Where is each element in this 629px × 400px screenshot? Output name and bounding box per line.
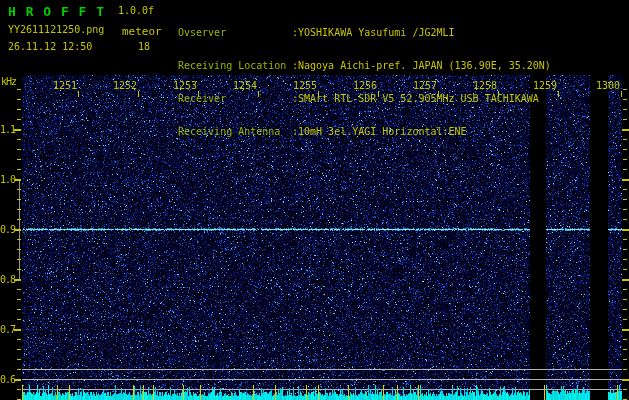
datetime-label: 26.11.12 12:50 <box>8 41 92 52</box>
info-row: Receiver:SMArt RTL-SDR V5 52.905MHz USB … <box>178 93 551 104</box>
freq-tick-label: 1.0 <box>0 174 15 185</box>
info-label: Receiving Antenna <box>178 126 292 137</box>
time-tick-label: 1259 <box>530 80 560 91</box>
freq-tick-label: 1.1 <box>0 124 15 135</box>
info-label: Receiving Location <box>178 60 292 71</box>
freq-tick-label: 0.7 <box>0 324 15 335</box>
freq-tick-label: 0.8 <box>0 274 15 285</box>
time-tick-label: 1252 <box>110 80 140 91</box>
mode-label: meteor <box>122 26 162 37</box>
info-row: Ovserver:YOSHIKAWA Yasufumi /JG2MLI <box>178 27 551 38</box>
time-tick-label: 1300 <box>593 80 623 91</box>
filename-label: YY2611121250.png <box>8 24 104 35</box>
time-tick-label: 1256 <box>350 80 380 91</box>
version-label: 1.0.0f <box>118 5 154 16</box>
time-tick-label: 1255 <box>290 80 320 91</box>
info-value: :SMArt RTL-SDR V5 52.905MHz USB TACHIKAW… <box>292 93 539 104</box>
time-tick-label: 1257 <box>410 80 440 91</box>
info-value: :10mH 3el.YAGI Horizontal:ENE <box>292 126 467 137</box>
freq-tick-label: 0.9 <box>0 224 15 235</box>
time-tick-label: 1258 <box>470 80 500 91</box>
info-row: Receiving Location:Nagoya Aichi-pref. JA… <box>178 60 551 71</box>
app-title: H R O F F T <box>8 4 105 19</box>
y-axis-unit-label: kHz <box>1 76 16 87</box>
time-tick-label: 1253 <box>170 80 200 91</box>
hrofft-window: H R O F F T 1.0.0f YY2611121250.png mete… <box>0 0 629 400</box>
info-label: Ovserver <box>178 27 292 38</box>
meteor-count: 18 <box>138 41 150 52</box>
info-value: :YOSHIKAWA Yasufumi /JG2MLI <box>292 27 455 38</box>
time-tick-label: 1254 <box>230 80 260 91</box>
freq-tick-label: 0.6 <box>0 374 15 385</box>
info-row: Receiving Antenna:10mH 3el.YAGI Horizont… <box>178 126 551 137</box>
time-tick-label: 1251 <box>50 80 80 91</box>
info-value: :Nagoya Aichi-pref. JAPAN (136.90E, 35.2… <box>292 60 551 71</box>
info-label: Receiver <box>178 93 292 104</box>
